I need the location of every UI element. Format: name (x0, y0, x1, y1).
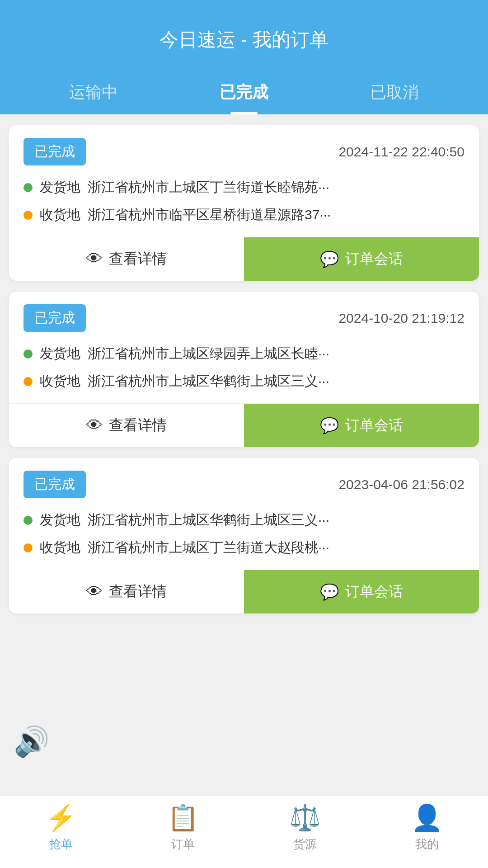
status-badge-3: 已完成 (23, 471, 86, 498)
order-actions-2: 👁 查看详情 💬 订单会话 (9, 404, 479, 447)
chat-label-3: 订单会话 (345, 582, 403, 602)
eye-icon-3: 👁 (86, 582, 103, 601)
to-row-3: 收货地 浙江省杭州市上城区丁兰街道大赵段桃··· (23, 538, 465, 557)
nav-cargo[interactable]: ⚖️ 货源 (244, 803, 366, 852)
order-icon: 📋 (167, 803, 199, 833)
order-header-1: 已完成 2024-11-22 22:40:50 (9, 125, 479, 178)
order-time-2: 2024-10-20 21:19:12 (338, 311, 465, 326)
to-row-1: 收货地 浙江省杭州市临平区星桥街道星源路37··· (23, 206, 465, 224)
to-label-3: 收货地 (40, 538, 80, 557)
chat-button-1[interactable]: 💬 订单会话 (244, 237, 479, 281)
status-badge-2: 已完成 (23, 304, 86, 332)
chat-icon-2: 💬 (320, 416, 339, 434)
order-card-2: 已完成 2024-10-20 21:19:12 发货地 浙江省杭州市上城区绿园弄… (9, 292, 479, 447)
order-time-1: 2024-11-22 22:40:50 (338, 144, 465, 160)
order-card-3: 已完成 2023-04-06 21:56:02 发货地 浙江省杭州市上城区华鹤街… (9, 458, 479, 613)
chat-button-2[interactable]: 💬 订单会话 (244, 404, 479, 447)
to-address-1: 浙江省杭州市临平区星桥街道星源路37··· (88, 206, 465, 224)
to-dot-1 (23, 211, 33, 220)
from-dot-2 (23, 349, 33, 359)
page-title: 今日速运 - 我的订单 (0, 27, 488, 71)
to-label-1: 收货地 (40, 206, 80, 224)
nav-order-label: 订单 (171, 836, 195, 852)
nav-cargo-label: 货源 (293, 836, 317, 852)
sound-button[interactable]: 🔊 (14, 723, 50, 760)
order-address-2: 发货地 浙江省杭州市上城区绿园弄上城区长睦··· 收货地 浙江省杭州市上城区华鹤… (9, 344, 479, 403)
to-address-2: 浙江省杭州市上城区华鹤街上城区三义··· (88, 372, 465, 391)
tab-in-transit[interactable]: 运输中 (51, 71, 136, 114)
sound-icon: 🔊 (14, 725, 50, 759)
user-icon: 👤 (411, 803, 443, 833)
from-row-3: 发货地 浙江省杭州市上城区华鹤街上城区三义··· (23, 511, 465, 529)
chat-label-1: 订单会话 (345, 249, 403, 269)
from-address-3: 浙江省杭州市上城区华鹤街上城区三义··· (88, 511, 465, 529)
from-row-1: 发货地 浙江省杭州市上城区丁兰街道长睦锦苑··· (23, 178, 465, 197)
from-label-3: 发货地 (40, 511, 80, 529)
to-address-3: 浙江省杭州市上城区丁兰街道大赵段桃··· (88, 538, 465, 557)
detail-label-3: 查看详情 (109, 582, 167, 602)
to-row-2: 收货地 浙江省杭州市上城区华鹤街上城区三义··· (23, 372, 465, 391)
to-dot-3 (23, 543, 33, 552)
order-list: 已完成 2024-11-22 22:40:50 发货地 浙江省杭州市上城区丁兰街… (0, 114, 488, 624)
detail-button-2[interactable]: 👁 查看详情 (9, 404, 244, 447)
nav-grab-label: 抢单 (49, 836, 73, 852)
eye-icon-2: 👁 (86, 416, 103, 435)
status-badge-1: 已完成 (23, 138, 86, 165)
to-label-2: 收货地 (40, 372, 80, 391)
detail-label-1: 查看详情 (109, 249, 167, 269)
from-address-1: 浙江省杭州市上城区丁兰街道长睦锦苑··· (88, 178, 465, 197)
nav-mine-label: 我的 (415, 836, 439, 852)
order-address-1: 发货地 浙江省杭州市上城区丁兰街道长睦锦苑··· 收货地 浙江省杭州市临平区星桥… (9, 178, 479, 237)
nav-order[interactable]: 📋 订单 (122, 803, 244, 852)
from-address-2: 浙江省杭州市上城区绿园弄上城区长睦··· (88, 344, 465, 363)
order-header-2: 已完成 2024-10-20 21:19:12 (9, 292, 479, 344)
detail-button-1[interactable]: 👁 查看详情 (9, 237, 244, 281)
tab-cancelled[interactable]: 已取消 (352, 71, 437, 114)
from-label-1: 发货地 (40, 178, 80, 197)
bottom-nav: ⚡ 抢单 📋 订单 ⚖️ 货源 👤 我的 (0, 796, 488, 868)
nav-mine[interactable]: 👤 我的 (366, 803, 488, 852)
eye-icon-1: 👁 (86, 250, 103, 269)
detail-label-2: 查看详情 (109, 415, 167, 435)
from-dot-1 (23, 183, 33, 192)
order-header-3: 已完成 2023-04-06 21:56:02 (9, 458, 479, 511)
detail-button-3[interactable]: 👁 查看详情 (9, 570, 244, 613)
header: 今日速运 - 我的订单 运输中 已完成 已取消 (0, 0, 488, 114)
chat-icon-1: 💬 (320, 250, 339, 268)
order-card-1: 已完成 2024-11-22 22:40:50 发货地 浙江省杭州市上城区丁兰街… (9, 125, 479, 281)
from-row-2: 发货地 浙江省杭州市上城区绿园弄上城区长睦··· (23, 344, 465, 363)
chat-label-2: 订单会话 (345, 415, 403, 435)
chat-button-3[interactable]: 💬 订单会话 (244, 570, 479, 613)
tab-bar: 运输中 已完成 已取消 (0, 71, 488, 114)
lightning-icon: ⚡ (45, 803, 77, 833)
order-address-3: 发货地 浙江省杭州市上城区华鹤街上城区三义··· 收货地 浙江省杭州市上城区丁兰… (9, 511, 479, 570)
from-dot-3 (23, 516, 33, 525)
from-label-2: 发货地 (40, 344, 80, 363)
nav-grab[interactable]: ⚡ 抢单 (0, 803, 122, 852)
to-dot-2 (23, 377, 33, 386)
order-time-3: 2023-04-06 21:56:02 (338, 477, 465, 492)
tab-completed[interactable]: 已完成 (202, 71, 286, 114)
chat-icon-3: 💬 (320, 583, 339, 601)
order-actions-1: 👁 查看详情 💬 订单会话 (9, 237, 479, 281)
scale-icon: ⚖️ (289, 803, 321, 833)
order-actions-3: 👁 查看详情 💬 订单会话 (9, 570, 479, 613)
